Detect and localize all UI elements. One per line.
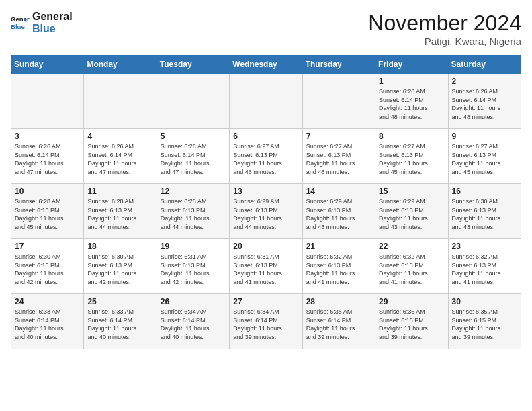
day-info: Sunrise: 6:32 AM Sunset: 6:13 PM Dayligh…: [452, 253, 517, 286]
col-header-thursday: Thursday: [302, 56, 375, 74]
day-number: 11: [87, 187, 152, 196]
calendar-cell: [11, 74, 84, 129]
day-number: 24: [15, 297, 80, 306]
day-info: Sunrise: 6:26 AM Sunset: 6:14 PM Dayligh…: [87, 142, 152, 176]
day-number: 8: [379, 132, 444, 141]
calendar-cell: 5Sunrise: 6:26 AM Sunset: 6:14 PM Daylig…: [157, 129, 229, 184]
calendar-cell: 16Sunrise: 6:30 AM Sunset: 6:13 PM Dayli…: [448, 184, 521, 239]
calendar-cell: 14Sunrise: 6:29 AM Sunset: 6:13 PM Dayli…: [302, 184, 375, 239]
day-info: Sunrise: 6:34 AM Sunset: 6:14 PM Dayligh…: [161, 308, 226, 341]
day-number: 2: [452, 77, 517, 86]
calendar-week-5: 24Sunrise: 6:33 AM Sunset: 6:14 PM Dayli…: [11, 294, 521, 349]
logo-general: General: [32, 11, 73, 23]
day-info: Sunrise: 6:30 AM Sunset: 6:13 PM Dayligh…: [452, 197, 517, 231]
col-header-tuesday: Tuesday: [157, 56, 229, 74]
day-number: 12: [161, 187, 226, 196]
calendar-cell: 30Sunrise: 6:35 AM Sunset: 6:15 PM Dayli…: [448, 294, 521, 349]
day-number: 23: [452, 242, 517, 251]
day-number: 18: [87, 242, 152, 251]
calendar-cell: [84, 74, 157, 129]
calendar-cell: 7Sunrise: 6:27 AM Sunset: 6:13 PM Daylig…: [302, 129, 375, 184]
col-header-wednesday: Wednesday: [230, 56, 302, 74]
location: Patigi, Kwara, Nigeria: [368, 36, 521, 47]
calendar-cell: 23Sunrise: 6:32 AM Sunset: 6:13 PM Dayli…: [448, 239, 521, 294]
calendar-cell: 3Sunrise: 6:26 AM Sunset: 6:14 PM Daylig…: [11, 129, 84, 184]
calendar-week-3: 10Sunrise: 6:28 AM Sunset: 6:13 PM Dayli…: [11, 184, 521, 239]
day-number: 27: [233, 297, 298, 306]
day-info: Sunrise: 6:26 AM Sunset: 6:14 PM Dayligh…: [379, 87, 444, 121]
calendar-cell: 29Sunrise: 6:35 AM Sunset: 6:15 PM Dayli…: [375, 294, 448, 349]
day-info: Sunrise: 6:28 AM Sunset: 6:13 PM Dayligh…: [161, 197, 226, 231]
calendar-cell: 20Sunrise: 6:31 AM Sunset: 6:13 PM Dayli…: [230, 239, 302, 294]
day-number: 15: [379, 187, 444, 196]
day-info: Sunrise: 6:33 AM Sunset: 6:14 PM Dayligh…: [87, 308, 152, 341]
calendar-cell: 12Sunrise: 6:28 AM Sunset: 6:13 PM Dayli…: [157, 184, 229, 239]
title-block: November 2024 Patigi, Kwara, Nigeria: [368, 11, 521, 47]
logo: General Blue General Blue: [11, 11, 73, 34]
day-info: Sunrise: 6:27 AM Sunset: 6:13 PM Dayligh…: [452, 142, 517, 176]
day-info: Sunrise: 6:29 AM Sunset: 6:13 PM Dayligh…: [306, 197, 371, 231]
day-number: 13: [233, 187, 298, 196]
day-number: 22: [379, 242, 444, 251]
calendar-week-1: 1Sunrise: 6:26 AM Sunset: 6:14 PM Daylig…: [11, 74, 521, 129]
day-info: Sunrise: 6:30 AM Sunset: 6:13 PM Dayligh…: [87, 253, 152, 286]
calendar-cell: 19Sunrise: 6:31 AM Sunset: 6:13 PM Dayli…: [157, 239, 229, 294]
col-header-saturday: Saturday: [448, 56, 521, 74]
day-number: 14: [306, 187, 371, 196]
day-info: Sunrise: 6:35 AM Sunset: 6:14 PM Dayligh…: [306, 308, 371, 341]
calendar-cell: 1Sunrise: 6:26 AM Sunset: 6:14 PM Daylig…: [375, 74, 448, 129]
calendar-cell: 2Sunrise: 6:26 AM Sunset: 6:14 PM Daylig…: [448, 74, 521, 129]
day-number: 3: [15, 132, 80, 141]
day-number: 6: [233, 132, 298, 141]
day-info: Sunrise: 6:35 AM Sunset: 6:15 PM Dayligh…: [452, 308, 517, 341]
calendar-cell: 15Sunrise: 6:29 AM Sunset: 6:13 PM Dayli…: [375, 184, 448, 239]
calendar-cell: 26Sunrise: 6:34 AM Sunset: 6:14 PM Dayli…: [157, 294, 229, 349]
calendar-cell: 25Sunrise: 6:33 AM Sunset: 6:14 PM Dayli…: [84, 294, 157, 349]
col-header-monday: Monday: [84, 56, 157, 74]
day-info: Sunrise: 6:33 AM Sunset: 6:14 PM Dayligh…: [15, 308, 80, 341]
day-number: 28: [306, 297, 371, 306]
calendar-week-4: 17Sunrise: 6:30 AM Sunset: 6:13 PM Dayli…: [11, 239, 521, 294]
day-info: Sunrise: 6:30 AM Sunset: 6:13 PM Dayligh…: [15, 253, 80, 286]
day-info: Sunrise: 6:31 AM Sunset: 6:13 PM Dayligh…: [161, 253, 226, 286]
calendar-cell: 22Sunrise: 6:32 AM Sunset: 6:13 PM Dayli…: [375, 239, 448, 294]
day-number: 9: [452, 132, 517, 141]
calendar-cell: 28Sunrise: 6:35 AM Sunset: 6:14 PM Dayli…: [302, 294, 375, 349]
day-number: 5: [161, 132, 226, 141]
day-info: Sunrise: 6:27 AM Sunset: 6:13 PM Dayligh…: [379, 142, 444, 176]
calendar-cell: [157, 74, 229, 129]
day-number: 7: [306, 132, 371, 141]
col-header-sunday: Sunday: [11, 56, 84, 74]
calendar-cell: [302, 74, 375, 129]
calendar-cell: 17Sunrise: 6:30 AM Sunset: 6:13 PM Dayli…: [11, 239, 84, 294]
svg-text:Blue: Blue: [11, 22, 25, 30]
day-number: 25: [87, 297, 152, 306]
col-header-friday: Friday: [375, 56, 448, 74]
day-info: Sunrise: 6:28 AM Sunset: 6:13 PM Dayligh…: [87, 197, 152, 231]
calendar-cell: 21Sunrise: 6:32 AM Sunset: 6:13 PM Dayli…: [302, 239, 375, 294]
day-number: 30: [452, 297, 517, 306]
day-info: Sunrise: 6:29 AM Sunset: 6:13 PM Dayligh…: [379, 197, 444, 231]
logo-blue: Blue: [32, 23, 73, 35]
day-info: Sunrise: 6:26 AM Sunset: 6:14 PM Dayligh…: [161, 142, 226, 176]
day-number: 17: [15, 242, 80, 251]
svg-text:General: General: [11, 15, 30, 23]
day-number: 20: [233, 242, 298, 251]
calendar-table: SundayMondayTuesdayWednesdayThursdayFrid…: [11, 55, 521, 349]
day-info: Sunrise: 6:29 AM Sunset: 6:13 PM Dayligh…: [233, 197, 298, 231]
calendar-cell: 4Sunrise: 6:26 AM Sunset: 6:14 PM Daylig…: [84, 129, 157, 184]
day-info: Sunrise: 6:27 AM Sunset: 6:13 PM Dayligh…: [233, 142, 298, 176]
calendar-cell: 27Sunrise: 6:34 AM Sunset: 6:14 PM Dayli…: [230, 294, 302, 349]
day-info: Sunrise: 6:26 AM Sunset: 6:14 PM Dayligh…: [15, 142, 80, 176]
day-number: 1: [379, 77, 444, 86]
calendar-cell: 10Sunrise: 6:28 AM Sunset: 6:13 PM Dayli…: [11, 184, 84, 239]
day-info: Sunrise: 6:28 AM Sunset: 6:13 PM Dayligh…: [15, 197, 80, 231]
calendar-cell: 9Sunrise: 6:27 AM Sunset: 6:13 PM Daylig…: [448, 129, 521, 184]
calendar-cell: [230, 74, 302, 129]
day-number: 26: [161, 297, 226, 306]
day-number: 19: [161, 242, 226, 251]
day-info: Sunrise: 6:32 AM Sunset: 6:13 PM Dayligh…: [306, 253, 371, 286]
day-info: Sunrise: 6:35 AM Sunset: 6:15 PM Dayligh…: [379, 308, 444, 341]
calendar-cell: 18Sunrise: 6:30 AM Sunset: 6:13 PM Dayli…: [84, 239, 157, 294]
calendar-week-2: 3Sunrise: 6:26 AM Sunset: 6:14 PM Daylig…: [11, 129, 521, 184]
